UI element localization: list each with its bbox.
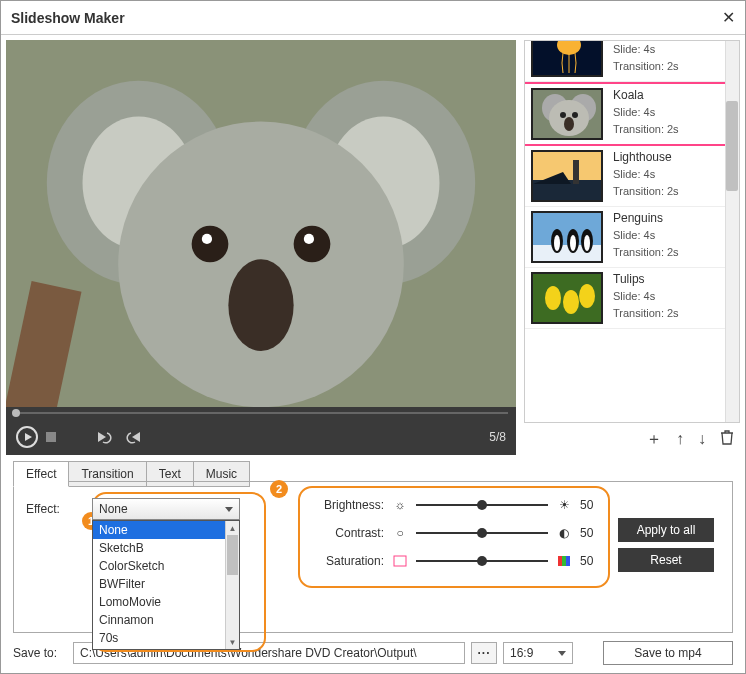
effect-option[interactable]: ColorSketch	[93, 557, 239, 575]
effect-tab-body: 1 2 Effect: None NoneSketchBColorSketchB…	[13, 481, 733, 633]
saturation-row: Saturation: 50	[312, 554, 600, 568]
slide-duration: Slide: 4s	[613, 41, 679, 58]
koala-image	[6, 40, 516, 407]
saturation-slider[interactable]	[416, 560, 548, 562]
svg-point-36	[563, 290, 579, 314]
move-up-icon[interactable]: ↑	[676, 430, 684, 448]
tab-effect[interactable]: Effect	[13, 461, 69, 487]
list-scrollbar[interactable]	[725, 41, 739, 422]
close-icon[interactable]: ✕	[722, 8, 735, 27]
window-title: Slideshow Maker	[11, 10, 722, 26]
aspect-ratio-select[interactable]: 16:9	[503, 642, 573, 664]
slide-thumbnail	[531, 211, 603, 263]
svg-point-29	[554, 235, 560, 251]
brightness-value: 50	[580, 498, 600, 512]
dropdown-scroll-up[interactable]: ▲	[226, 521, 239, 535]
bottom-panel: Effect Transition Text Music 1 2 Effect:…	[1, 455, 745, 673]
svg-point-19	[560, 112, 566, 118]
effect-dropdown-open[interactable]: NoneSketchBColorSketchBWFilterLomoMovieC…	[92, 520, 240, 650]
svg-point-35	[545, 286, 561, 310]
svg-point-20	[572, 112, 578, 118]
save-to-mp4-button[interactable]: Save to mp4	[603, 641, 733, 665]
slide-thumbnail	[531, 150, 603, 202]
effect-option[interactable]: BWFilter	[93, 575, 239, 593]
svg-rect-41	[566, 556, 570, 566]
slide-name: Tulips	[613, 272, 679, 286]
slideshow-maker-window: Slideshow Maker ✕	[0, 0, 746, 674]
progress-thumb[interactable]	[12, 409, 20, 417]
saturation-value: 50	[580, 554, 600, 568]
slide-item[interactable]: LighthouseSlide: 4sTransition: 2s	[525, 146, 739, 207]
slide-thumbnail	[531, 88, 603, 140]
brightness-label: Brightness:	[312, 498, 384, 512]
stop-button[interactable]	[46, 432, 56, 442]
effect-dropdown[interactable]: None NoneSketchBColorSketchBWFilterLomoM…	[92, 498, 240, 520]
effect-option[interactable]: SketchB	[93, 539, 239, 557]
effect-option[interactable]: LomoMovie	[93, 593, 239, 611]
contrast-slider[interactable]	[416, 532, 548, 534]
preview-panel: 5/8	[6, 40, 516, 455]
saturation-thumb[interactable]	[477, 556, 487, 566]
rotate-left-icon[interactable]	[96, 429, 112, 445]
slide-item[interactable]: JellyfishSlide: 4sTransition: 2s	[525, 40, 739, 82]
effect-option[interactable]: 70s	[93, 629, 239, 647]
svg-rect-40	[562, 556, 566, 566]
saturation-low-icon	[392, 554, 408, 568]
sliders-group: Brightness: ☼ ☀ 50 Contrast: ○ ◐ 50 Satu…	[312, 498, 600, 568]
brightness-slider[interactable]	[416, 504, 548, 506]
add-slide-icon[interactable]: ＋	[646, 429, 662, 450]
slide-thumbnail	[531, 40, 603, 77]
slide-transition: Transition: 2s	[613, 244, 679, 261]
contrast-row: Contrast: ○ ◐ 50	[312, 526, 600, 540]
saturation-high-icon	[556, 554, 572, 568]
brightness-row: Brightness: ☼ ☀ 50	[312, 498, 600, 512]
player-controls: 5/8	[6, 419, 516, 455]
list-scroll-thumb[interactable]	[726, 101, 738, 191]
top-panel: 5/8 JellyfishSlide: 4sTransition: 2sKoal…	[1, 35, 745, 455]
svg-point-8	[294, 226, 331, 263]
svg-rect-39	[558, 556, 562, 566]
slide-duration: Slide: 4s	[613, 104, 679, 121]
svg-point-33	[584, 235, 590, 251]
apply-to-all-button[interactable]: Apply to all	[618, 518, 714, 542]
dropdown-scroll-thumb[interactable]	[227, 535, 238, 575]
effect-selected-value: None	[99, 502, 128, 516]
rotate-right-icon[interactable]	[126, 429, 142, 445]
preview-image	[6, 40, 516, 407]
slide-transition: Transition: 2s	[613, 58, 679, 75]
delete-slide-icon[interactable]	[720, 429, 734, 449]
slide-item[interactable]: PenguinsSlide: 4sTransition: 2s	[525, 207, 739, 268]
brightness-thumb[interactable]	[477, 500, 487, 510]
svg-point-31	[570, 235, 576, 251]
reset-button[interactable]: Reset	[618, 548, 714, 572]
play-button[interactable]	[16, 426, 38, 448]
slide-name: Koala	[613, 88, 679, 102]
dropdown-scrollbar[interactable]: ▲ ▼	[225, 521, 239, 649]
callout-badge-2: 2	[270, 480, 288, 498]
contrast-label: Contrast:	[312, 526, 384, 540]
slide-name: Lighthouse	[613, 150, 679, 164]
svg-point-7	[192, 226, 229, 263]
effect-option[interactable]: Cinnamon	[93, 611, 239, 629]
slide-transition: Transition: 2s	[613, 305, 679, 322]
slide-item[interactable]: KoalaSlide: 4sTransition: 2s	[525, 82, 739, 146]
contrast-value: 50	[580, 526, 600, 540]
svg-rect-24	[573, 160, 579, 184]
svg-point-9	[202, 234, 212, 244]
effect-option[interactable]: None	[93, 521, 239, 539]
slide-name: Penguins	[613, 211, 679, 225]
contrast-thumb[interactable]	[477, 528, 487, 538]
progress-bar[interactable]	[6, 407, 516, 419]
slide-item[interactable]: TulipsSlide: 4sTransition: 2s	[525, 268, 739, 329]
slide-duration: Slide: 4s	[613, 166, 679, 183]
contrast-low-icon: ○	[392, 526, 408, 540]
slide-list[interactable]: JellyfishSlide: 4sTransition: 2sKoalaSli…	[524, 40, 740, 423]
browse-button[interactable]: ···	[471, 642, 497, 664]
save-to-label: Save to:	[13, 646, 67, 660]
slide-duration: Slide: 4s	[613, 288, 679, 305]
effect-dropdown-closed[interactable]: None	[92, 498, 240, 520]
dropdown-scroll-down[interactable]: ▼	[226, 635, 239, 649]
move-down-icon[interactable]: ↓	[698, 430, 706, 448]
svg-point-21	[564, 117, 574, 131]
effect-option[interactable]: Retro	[93, 647, 239, 650]
